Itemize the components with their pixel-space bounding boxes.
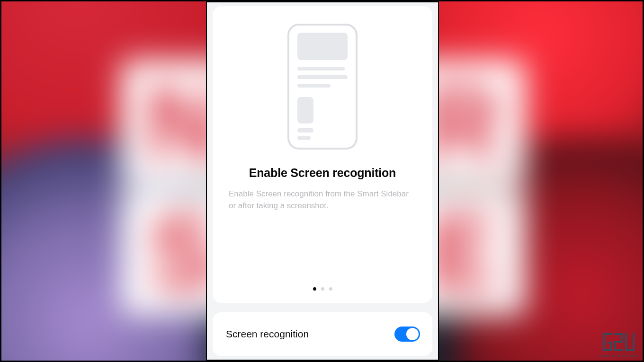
settings-panel: Enable Screen recognition Enable Screen …: [206, 1, 439, 361]
onboarding-title: Enable Screen recognition: [249, 166, 396, 180]
onboarding-description: Enable Screen recognition from the Smart…: [226, 188, 419, 212]
onboarding-card[interactable]: Enable Screen recognition Enable Screen …: [213, 6, 432, 303]
svg-rect-4: [297, 84, 331, 88]
page-dot: [313, 287, 316, 291]
svg-rect-3: [297, 75, 348, 79]
svg-rect-5: [297, 97, 313, 124]
screen-recognition-toggle[interactable]: [394, 327, 420, 342]
svg-rect-6: [297, 128, 313, 132]
svg-rect-1: [297, 33, 348, 60]
page-dot: [329, 287, 332, 291]
svg-rect-2: [297, 67, 345, 71]
svg-rect-7: [297, 136, 311, 140]
screen-recognition-row[interactable]: Screen recognition: [213, 312, 432, 356]
stage: N R S E: [0, 0, 644, 362]
watermark-logo: GADGETS TO USE: [599, 331, 639, 358]
phone-illustration-icon: [287, 23, 358, 152]
setting-label: Screen recognition: [226, 328, 309, 340]
page-indicator: [213, 287, 432, 291]
page-dot: [321, 287, 324, 291]
watermark-text: GADGETS TO USE: [599, 354, 639, 358]
